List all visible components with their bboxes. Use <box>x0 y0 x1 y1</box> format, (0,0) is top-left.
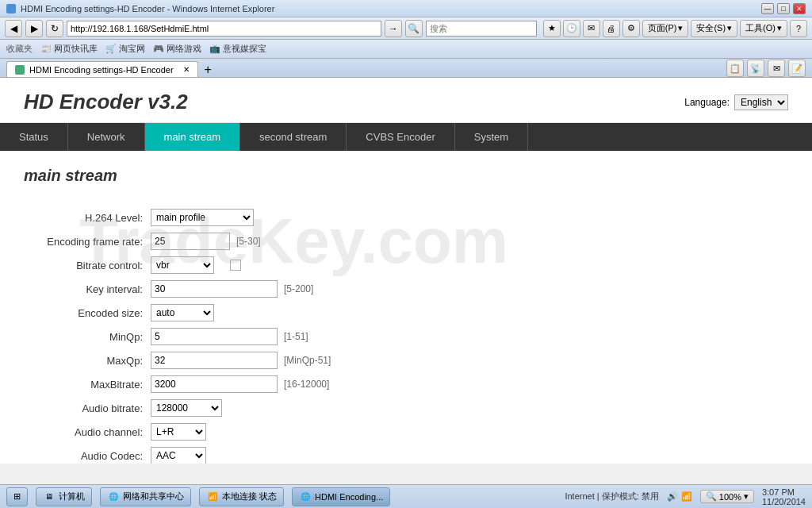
checkbox-bitrate[interactable] <box>230 260 241 271</box>
select-audio-bitrate[interactable]: 128000 64000 256000 <box>151 399 222 417</box>
active-tab[interactable]: HDMI Encoding settings-HD Encoder ✕ <box>6 61 198 77</box>
research-icon[interactable]: 📋 <box>726 60 744 77</box>
taskbar-computer[interactable]: 🖥 计算机 <box>36 487 92 506</box>
taskbar-computer-label: 计算机 <box>59 491 85 502</box>
select-audio-channel[interactable]: L+R L R <box>151 423 206 441</box>
input-framerate[interactable] <box>151 233 230 250</box>
help-icon[interactable]: ? <box>790 20 807 37</box>
status-right: Internet | 保护模式: 禁用 🔊 📶 🔍 100% ▾ 3:07 PM… <box>565 487 806 506</box>
tab-close-icon[interactable]: ✕ <box>183 65 190 74</box>
taskbar-hdmi[interactable]: 🌐 HDMI Encoding... <box>292 487 390 506</box>
new-tab-button[interactable]: + <box>201 63 215 77</box>
system-tray: 🔊 📶 <box>667 491 692 502</box>
safety-menu[interactable]: 安全(S) ▾ <box>691 20 737 37</box>
bookmarks-label: 收藏夹 <box>6 43 33 55</box>
refresh-button[interactable]: ↻ <box>46 20 63 37</box>
options-icon[interactable]: ⚙ <box>622 20 640 37</box>
browser-favicon <box>6 4 16 13</box>
blog-icon[interactable]: 📝 <box>788 60 806 77</box>
select-h264-level[interactable]: main profile baseline high <box>151 209 254 226</box>
select-audio-codec[interactable]: AAC MP3 <box>151 447 206 464</box>
status-bar: ⊞ 🖥 计算机 🌐 网络和共享中心 📶 本地连接 状态 🌐 HDMI Encod… <box>0 484 812 508</box>
hint-maxbitrate: [16-12000] <box>284 379 329 390</box>
select-encoded-size[interactable]: auto 1920x1080 1280x720 <box>151 304 214 321</box>
hint-maxqp: [MinQp-51] <box>284 355 331 366</box>
label-audio-bitrate: Audio bitrate: <box>24 402 151 414</box>
label-encoded-size: Encoded size: <box>24 307 151 319</box>
tab-favicon <box>15 65 25 75</box>
page-content: TradeKey.com HD Encoder v3.2 Language: E… <box>0 78 812 464</box>
input-minqp[interactable] <box>151 328 278 345</box>
bookmark-3[interactable]: 🎮 网络游戏 <box>153 43 201 55</box>
form-row-h264-level: H.264 Level: main profile baseline high <box>24 209 788 226</box>
search-input[interactable] <box>426 21 537 37</box>
maximize-button[interactable]: □ <box>777 3 790 14</box>
label-key-interval: Key interval: <box>24 283 151 295</box>
zoom-indicator[interactable]: 🔍 100% ▾ <box>700 490 754 503</box>
status-indicator: Internet | 保护模式: 禁用 <box>565 491 658 502</box>
input-key-interval[interactable] <box>151 280 278 298</box>
page-menu[interactable]: 页面(P) ▾ <box>642 20 689 37</box>
clock: 3:07 PM 11/20/2014 <box>762 487 806 506</box>
language-select[interactable]: English <box>734 94 788 110</box>
print-icon[interactable]: 🖨 <box>603 20 620 37</box>
hint-framerate: [5-30] <box>236 236 261 247</box>
nav-tabs: Status Network main stream second stream… <box>0 123 812 151</box>
form-row-key-interval: Key interval: [5-200] <box>24 280 788 298</box>
taskbar-network-label: 网络和共享中心 <box>123 491 184 502</box>
section-title: main stream <box>24 167 788 193</box>
tab-system[interactable]: System <box>455 123 528 151</box>
mail2-icon[interactable]: ✉ <box>768 60 785 77</box>
content-area: main stream H.264 Level: main profile ba… <box>0 151 812 464</box>
mail-icon[interactable]: ✉ <box>583 20 600 37</box>
window-controls: — □ ✕ <box>761 3 806 14</box>
computer-icon: 🖥 <box>43 491 56 503</box>
feeds-icon[interactable]: 📡 <box>747 60 764 77</box>
browser-title-bar: HDMI Encoding settings-HD Encoder - Wind… <box>0 0 812 17</box>
hdmi-icon: 🌐 <box>299 491 312 503</box>
tab-bar: HDMI Encoding settings-HD Encoder ✕ + 📋 … <box>0 59 812 78</box>
taskbar-connection[interactable]: 📶 本地连接 状态 <box>199 487 284 506</box>
form-row-encoded-size: Encoded size: auto 1920x1080 1280x720 <box>24 304 788 321</box>
back-button[interactable]: ◀ <box>5 20 22 37</box>
bookmarks-bar: 收藏夹 📰 网页快讯库 🛒 淘宝网 🎮 网络游戏 📺 意视媒探宝 <box>0 40 812 59</box>
encoder-page: HD Encoder v3.2 Language: English Status… <box>0 78 812 464</box>
bookmark-1[interactable]: 📰 网页快讯库 <box>40 43 98 55</box>
bookmark-4[interactable]: 📺 意视媒探宝 <box>209 43 266 55</box>
network-tray-icon: 📶 <box>681 491 692 502</box>
history-icon[interactable]: 🕒 <box>563 20 580 37</box>
form-row-maxqp: MaxQp: [MinQp-51] <box>24 352 788 369</box>
taskbar-connection-label: 本地连接 状态 <box>222 491 277 502</box>
tab-cvbs-encoder[interactable]: CVBS Encoder <box>347 123 454 151</box>
bookmark-2[interactable]: 🛒 淘宝网 <box>105 43 145 55</box>
label-h264-level: H.264 Level: <box>24 212 151 224</box>
minimize-button[interactable]: — <box>761 3 774 14</box>
speaker-icon: 🔊 <box>667 491 678 502</box>
input-maxbitrate[interactable] <box>151 375 278 393</box>
tab-status[interactable]: Status <box>0 123 68 151</box>
date: 11/20/2014 <box>762 497 806 506</box>
select-bitrate-control[interactable]: vbr cbr <box>151 256 214 274</box>
favorites-icon[interactable]: ★ <box>543 20 561 37</box>
go-button[interactable]: → <box>385 20 402 37</box>
address-bar[interactable] <box>67 21 381 37</box>
browser-toolbar: ◀ ▶ ↻ → 🔍 ★ 🕒 ✉ 🖨 ⚙ 页面(P) ▾ 安全(S) ▾ 工具(O… <box>0 17 812 40</box>
tab-main-stream[interactable]: main stream <box>145 123 241 151</box>
page-header: HD Encoder v3.2 Language: English <box>0 78 812 123</box>
taskbar-network[interactable]: 🌐 网络和共享中心 <box>100 487 191 506</box>
tab-second-stream[interactable]: second stream <box>240 123 347 151</box>
taskbar-hdmi-label: HDMI Encoding... <box>315 492 383 502</box>
tools-menu[interactable]: 工具(O) ▾ <box>740 20 787 37</box>
tab-network[interactable]: Network <box>68 123 145 151</box>
network-icon: 🌐 <box>107 491 120 503</box>
start-button[interactable]: ⊞ <box>6 487 28 506</box>
form-row-audio-channel: Audio channel: L+R L R <box>24 423 788 441</box>
form-row-minqp: MinQp: [1-51] <box>24 328 788 345</box>
label-audio-channel: Audio channel: <box>24 426 151 438</box>
zoom-value: 100% <box>719 492 741 502</box>
time: 3:07 PM <box>762 487 806 497</box>
input-maxqp[interactable] <box>151 352 278 369</box>
forward-button[interactable]: ▶ <box>25 20 43 37</box>
close-button[interactable]: ✕ <box>793 3 806 14</box>
search-icon: 🔍 <box>405 20 423 37</box>
